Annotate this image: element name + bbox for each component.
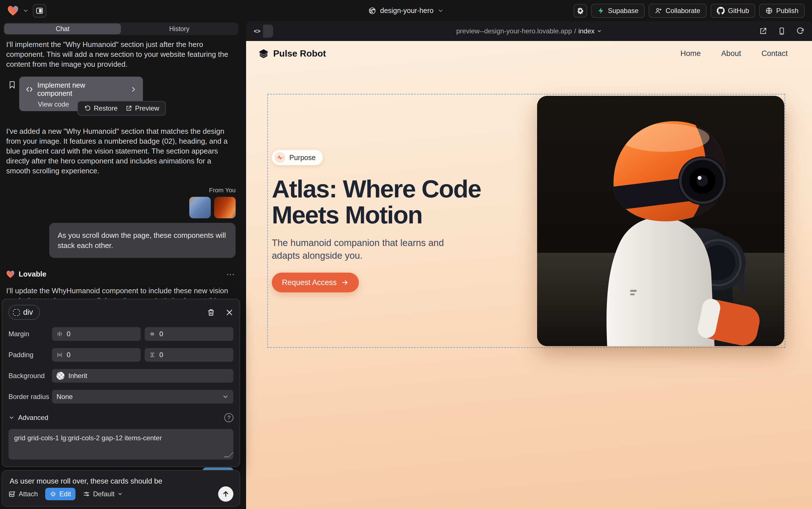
border-radius-label: Border radius xyxy=(8,393,52,401)
toggle-sidebar-button[interactable] xyxy=(33,4,46,18)
supabase-bolt-icon xyxy=(597,7,604,14)
hero-robot-image xyxy=(537,96,784,346)
preview-pane: <> preview--design-your-hero.lovable.app… xyxy=(246,21,812,509)
preview-url-bar[interactable]: preview--design-your-hero.lovable.app / … xyxy=(456,27,602,35)
border-radius-select[interactable]: None xyxy=(52,390,233,404)
collaborate-label: Collaborate xyxy=(666,7,700,15)
restore-label: Restore xyxy=(94,104,117,112)
code-toggle-icon: <> xyxy=(251,25,263,38)
padding-label: Padding xyxy=(8,351,52,359)
restore-preview-toolbar: Restore Preview xyxy=(77,101,166,116)
attach-label: Attach xyxy=(19,490,38,498)
site-brand-name: Pulse Robot xyxy=(273,48,326,59)
nav-contact[interactable]: Contact xyxy=(762,49,788,58)
element-inspector-panel: div Margin 0 xyxy=(2,299,240,467)
hero-heading-line1: Atlas: Where Code xyxy=(272,176,554,202)
send-button[interactable] xyxy=(218,486,233,502)
site-brand[interactable]: Pulse Robot xyxy=(259,48,326,59)
chat-composer[interactable]: As user mouse roll over, these cards sho… xyxy=(2,470,240,507)
margin-y-input[interactable]: 0 xyxy=(145,327,233,341)
attachment-thumbnail-orange[interactable] xyxy=(214,197,236,218)
site-nav: Home About Contact xyxy=(680,49,788,58)
padding-y-icon xyxy=(149,352,155,358)
preview-button[interactable]: Preview xyxy=(125,104,159,112)
project-name: design-your-hero xyxy=(380,6,434,15)
arrow-right-icon xyxy=(341,279,348,286)
nav-home[interactable]: Home xyxy=(680,49,701,58)
help-button[interactable]: ? xyxy=(224,413,233,422)
hero-heading-line2: Meets Motion xyxy=(272,202,554,228)
attach-image-icon xyxy=(8,490,16,498)
chat-history-tabs: Chat History xyxy=(3,23,238,35)
collaborate-button[interactable]: Collaborate xyxy=(649,4,707,18)
purpose-badge[interactable]: Purpose xyxy=(272,150,323,165)
sliders-icon xyxy=(83,490,90,498)
tab-history[interactable]: History xyxy=(121,24,237,34)
mobile-view-button[interactable] xyxy=(778,27,786,35)
advanced-toggle[interactable]: Advanced xyxy=(18,414,48,421)
transparency-swatch-icon xyxy=(57,372,65,380)
background-label: Background xyxy=(8,372,52,380)
composer-input[interactable]: As user mouse roll over, these cards sho… xyxy=(10,477,232,485)
border-radius-value: None xyxy=(57,393,73,401)
restore-icon xyxy=(84,105,91,112)
lovable-heart-logo-icon[interactable] xyxy=(7,5,19,16)
background-input[interactable]: Inherit xyxy=(52,369,233,383)
code-preview-toggle[interactable]: <> xyxy=(251,25,273,38)
github-button[interactable]: GitHub xyxy=(710,4,755,18)
mode-label: Default xyxy=(93,490,114,498)
chevron-right-icon xyxy=(130,86,137,93)
nav-about[interactable]: About xyxy=(721,49,741,58)
padding-x-icon xyxy=(57,352,63,358)
delete-element-button[interactable] xyxy=(207,308,215,317)
close-inspector-button[interactable] xyxy=(225,308,233,316)
preview-header: <> preview--design-your-hero.lovable.app… xyxy=(246,21,812,41)
message-menu-button[interactable]: ⋯ xyxy=(226,269,236,279)
tab-chat[interactable]: Chat xyxy=(4,24,121,34)
edit-mode-button[interactable]: Edit xyxy=(45,488,75,500)
assistant-message-2: I've added a new "Why Humanoid" section … xyxy=(2,126,240,176)
margin-x-input[interactable]: 0 xyxy=(52,327,141,341)
attach-button[interactable]: Attach xyxy=(8,490,38,498)
robot-illustration xyxy=(537,96,784,346)
selected-element-chip[interactable]: div xyxy=(8,305,40,320)
restore-button[interactable]: Restore xyxy=(84,104,117,112)
element-tag: div xyxy=(23,308,33,317)
advanced-chevron-icon xyxy=(8,414,15,421)
project-chevron-down-icon xyxy=(438,8,444,14)
mode-selector[interactable]: Default xyxy=(83,490,123,498)
hero-subheading: The humanoid companion that learns and a… xyxy=(272,236,458,262)
request-access-button[interactable]: Request Access xyxy=(272,273,359,293)
bookmark-icon[interactable] xyxy=(8,80,16,89)
globe-icon xyxy=(368,7,376,15)
hero-section-selection[interactable]: Purpose Atlas: Where Code Meets Motion T… xyxy=(267,94,785,348)
chat-panel: Chat History I'll implement the "Why Hum… xyxy=(2,23,240,509)
lovable-heart-icon xyxy=(6,270,15,278)
attachment-thumbnail-blue[interactable] xyxy=(189,197,211,218)
margin-y-icon xyxy=(149,331,155,337)
pulse-icon xyxy=(274,152,285,163)
settings-button[interactable] xyxy=(574,4,587,18)
margin-label: Margin xyxy=(8,330,52,338)
target-icon xyxy=(50,490,57,498)
publish-globe-icon xyxy=(765,7,773,14)
dashed-selection-icon xyxy=(13,309,20,316)
resize-handle[interactable] xyxy=(223,452,234,457)
select-chevron-down-icon xyxy=(222,393,229,400)
purpose-badge-label: Purpose xyxy=(289,154,316,162)
from-you-label: From You xyxy=(209,186,236,194)
code-icon xyxy=(26,86,33,93)
cta-label: Request Access xyxy=(282,278,337,287)
publish-button[interactable]: Publish xyxy=(759,4,805,18)
padding-y-input[interactable]: 0 xyxy=(145,348,233,362)
external-link-icon xyxy=(125,105,132,112)
assistant-message-1: I'll implement the "Why Humanoid" sectio… xyxy=(2,40,240,69)
supabase-button[interactable]: Supabase xyxy=(591,4,645,18)
rendered-website: Pulse Robot Home About Contact Purpose A… xyxy=(246,41,812,509)
open-in-new-tab-button[interactable] xyxy=(759,27,767,35)
tailwind-classes-textarea[interactable]: grid grid-cols-1 lg:grid-cols-2 gap-12 i… xyxy=(8,429,233,460)
workspace-chevron-down-icon[interactable] xyxy=(23,8,29,14)
project-switcher[interactable]: design-your-hero xyxy=(368,0,444,21)
padding-x-input[interactable]: 0 xyxy=(52,348,141,362)
refresh-button[interactable] xyxy=(796,27,805,35)
